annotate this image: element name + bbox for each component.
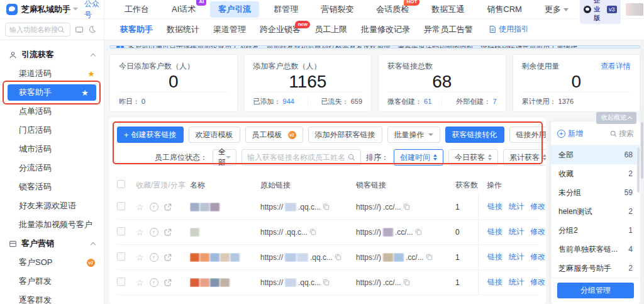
sort-button-累计获客[interactable]: 累计获客 (503, 149, 546, 166)
group-manage-button[interactable]: 分组管理 (557, 283, 634, 298)
tab-批量修改记录[interactable]: 批量修改记录 (354, 24, 417, 35)
group-item-售前单独获客链...[interactable]: 售前单独获客链...4 (551, 240, 640, 259)
sidebar-item-点单活码[interactable]: 点单活码 (0, 102, 104, 121)
copy-icon[interactable] (323, 279, 330, 286)
account-type-link[interactable]: 公众号 (84, 0, 104, 20)
share-external-icon[interactable] (164, 228, 172, 236)
sidebar-item-客户群发[interactable]: 客户群发 (0, 272, 104, 291)
copy-icon[interactable] (335, 254, 341, 261)
toolbar-button-获客链接转化[interactable]: 获客链接转化 (445, 127, 504, 143)
panel-layout-icon[interactable] (75, 25, 84, 34)
pin-top-icon[interactable]: ↑ (150, 203, 158, 211)
share-external-icon[interactable] (164, 279, 172, 286)
action-统计[interactable]: 统计 (509, 227, 524, 237)
favorite-star-icon[interactable]: ☆ (136, 252, 144, 262)
sidebar-item-逐客群发[interactable]: 逐客群发 (0, 291, 104, 304)
toolbar-button-欢迎语模板[interactable]: 欢迎语模板 (189, 127, 240, 143)
nav-item-会话质检[interactable]: 会话质检HOT (368, 1, 417, 18)
search-icon[interactable] (348, 154, 355, 161)
view-details-link[interactable]: 查看详情 (601, 61, 631, 72)
sidebar-item-获客助手[interactable]: 获客助手★ (8, 84, 96, 101)
copy-icon[interactable] (426, 254, 433, 261)
sidebar-item-城市活码[interactable]: 城市活码 (0, 140, 104, 159)
sidebar-section-引流获客[interactable]: 引流获客 (0, 45, 104, 64)
row-checkbox[interactable] (117, 278, 125, 286)
toolbar-button-创建获客链接[interactable]: +创建获客链接 (117, 127, 184, 143)
action-修改[interactable]: 修改 (530, 252, 545, 262)
row-checkbox[interactable] (117, 252, 125, 261)
copy-icon[interactable] (415, 228, 422, 235)
tab-渠道管理[interactable]: 渠道管理 (206, 24, 253, 35)
action-链接[interactable]: 链接 (487, 252, 502, 262)
action-统计[interactable]: 统计 (509, 252, 524, 262)
group-scrollbar-thumb[interactable] (637, 147, 640, 193)
share-external-icon[interactable] (164, 203, 172, 211)
action-修改[interactable]: 修改 (530, 277, 545, 288)
pin-top-icon[interactable]: ↑ (150, 228, 158, 237)
moon-icon[interactable] (88, 25, 96, 33)
star-icon[interactable]: ★ (81, 89, 89, 97)
sidebar-item-好友来源欢迎语[interactable]: 好友来源欢迎语 (0, 196, 104, 215)
sidebar-item-门店活码[interactable]: 门店活码 (0, 121, 104, 140)
group-item-helen测试[interactable]: helen测试2 (551, 202, 640, 221)
search-icon[interactable] (57, 26, 65, 33)
add-group-button[interactable]: + 新增 (557, 128, 583, 139)
window-scrollbar[interactable] (640, 40, 644, 304)
tab-数据统计[interactable]: 数据统计 (160, 24, 206, 35)
chevron-down-icon[interactable] (73, 8, 78, 11)
tab-获客助手[interactable]: 获客助手 (113, 24, 160, 35)
nav-item-AI话术[interactable]: AI话术AI (164, 1, 204, 18)
nav-item-工作台[interactable]: 工作台 (116, 1, 157, 18)
row-checkbox[interactable] (117, 202, 125, 210)
pin-top-icon[interactable]: ↑ (150, 278, 158, 287)
action-修改[interactable]: 修改 (530, 227, 545, 237)
user-avatar[interactable] (626, 3, 644, 16)
toolbar-button-添加外部获客链接[interactable]: 添加外部获客链接 (308, 127, 382, 143)
tab-异常员工告警[interactable]: 异常员工告警 (417, 24, 480, 35)
share-external-icon[interactable] (164, 254, 172, 261)
sort-button-今日获客[interactable]: 今日获客 (448, 149, 498, 166)
sort-button-创建时间[interactable]: 创建时间 (394, 149, 443, 166)
favorite-star-icon[interactable]: ☆ (136, 278, 144, 288)
nav-item-群管理[interactable]: 群管理 (265, 1, 306, 18)
copy-icon[interactable] (403, 279, 410, 286)
group-item-分组2[interactable]: 分组21 (551, 221, 640, 240)
action-链接[interactable]: 链接 (487, 227, 502, 237)
sidebar-item-批量添加视频号客户[interactable]: 批量添加视频号客户 (0, 215, 104, 234)
seat-status-select[interactable]: 全部 (213, 149, 236, 166)
sidebar-item-渠道活码[interactable]: 渠道活码★ (0, 64, 104, 83)
nav-item-销售CRM[interactable]: 销售CRM (479, 1, 530, 18)
nav-item-更多[interactable]: 更多 (536, 1, 577, 18)
action-统计[interactable]: 统计 (509, 201, 524, 212)
favorite-star-icon[interactable]: ☆ (136, 227, 144, 237)
copy-icon[interactable] (323, 203, 330, 210)
sidebar-item-分流活码[interactable]: 分流活码 (0, 159, 104, 177)
nav-item-营销裂变[interactable]: 营销裂变 (313, 1, 362, 18)
tab-跨企业锁客[interactable]: 跨企业锁客new (253, 24, 308, 35)
function-search-input[interactable] (9, 26, 57, 33)
pin-top-icon[interactable]: ↑ (150, 253, 158, 262)
group-item-未分组[interactable]: 未分组59 (551, 183, 640, 202)
tab-员工上限[interactable]: 员工上限 (308, 24, 354, 35)
stat-footer-value[interactable]: 7 (492, 98, 496, 105)
group-item-收藏[interactable]: 收藏2 (551, 164, 640, 183)
select-all-checkbox[interactable] (117, 180, 125, 188)
toolbar-button-链接外用[interactable]: 链接外用v2 (509, 127, 546, 143)
collapse-overview-button[interactable]: 收起概览 (596, 112, 636, 124)
group-item-芝麻服务号助手[interactable]: 芝麻服务号助手2 (551, 259, 640, 278)
action-链接[interactable]: 链接 (487, 201, 502, 212)
stat-footer-value[interactable]: 61 (424, 98, 431, 105)
group-item-全部[interactable]: 全部68 (551, 145, 640, 164)
toolbar-button-员工模板[interactable]: 员工模板v2 (245, 127, 303, 143)
favorite-star-icon[interactable]: ☆ (136, 202, 144, 212)
group-search-button[interactable]: 搜索 (610, 128, 634, 139)
action-统计[interactable]: 统计 (509, 277, 524, 288)
sidebar-item-锁客活码[interactable]: 锁客活码 (0, 177, 104, 196)
copy-icon[interactable] (403, 203, 410, 210)
toolbar-button-批量操作[interactable]: 批量操作 (387, 127, 440, 143)
sidebar-item-客户SOP[interactable]: 客户SOPv2 (0, 253, 104, 272)
copy-icon[interactable] (309, 228, 316, 235)
row-checkbox[interactable] (117, 227, 125, 235)
usage-guide-link[interactable]: 使用指引 (489, 24, 529, 35)
star-icon[interactable]: ★ (87, 70, 95, 78)
